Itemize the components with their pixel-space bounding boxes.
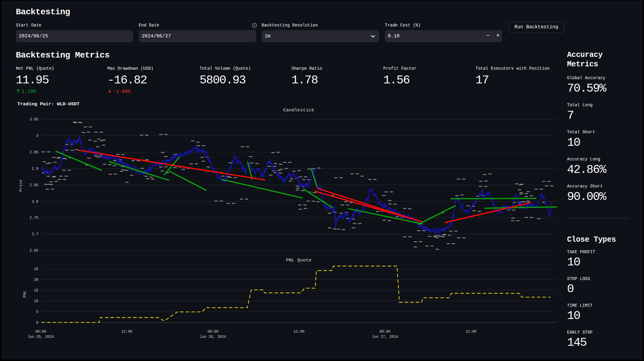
svg-text:15: 15 xyxy=(34,289,38,293)
svg-text:10: 10 xyxy=(34,299,38,303)
svg-text:12:00: 12:00 xyxy=(121,330,132,334)
svg-text:PNL: PNL xyxy=(23,290,27,297)
svg-text:0: 0 xyxy=(36,321,38,325)
svg-text:2.65: 2.65 xyxy=(30,249,38,253)
svg-text:2.9: 2.9 xyxy=(32,167,38,171)
svg-text:2.8: 2.8 xyxy=(32,200,38,204)
svg-text:00:00: 00:00 xyxy=(207,330,218,334)
svg-text:00:00: 00:00 xyxy=(379,330,390,334)
svg-text:12:00: 12:00 xyxy=(294,330,305,334)
svg-text:5: 5 xyxy=(36,310,38,314)
svg-text:2.75: 2.75 xyxy=(30,216,38,220)
svg-text:Candlestick: Candlestick xyxy=(283,107,314,113)
svg-text:20: 20 xyxy=(34,278,38,282)
svg-text:PNL Quote: PNL Quote xyxy=(286,258,312,263)
svg-text:00:00: 00:00 xyxy=(35,330,46,334)
svg-text:Price: Price xyxy=(19,180,23,191)
svg-text:Jun 25, 2024: Jun 25, 2024 xyxy=(28,335,54,339)
svg-text:3.05: 3.05 xyxy=(30,117,38,122)
svg-text:2.95: 2.95 xyxy=(30,150,38,155)
svg-text:Jun 27, 2024: Jun 27, 2024 xyxy=(372,335,398,339)
svg-text:3: 3 xyxy=(36,134,38,138)
svg-text:2.7: 2.7 xyxy=(32,232,38,237)
svg-text:25: 25 xyxy=(34,267,38,272)
svg-text:2.85: 2.85 xyxy=(30,183,38,188)
svg-text:12:00: 12:00 xyxy=(465,330,476,334)
svg-text:?: ? xyxy=(253,24,256,28)
svg-text:Jun 26, 2024: Jun 26, 2024 xyxy=(200,335,226,339)
